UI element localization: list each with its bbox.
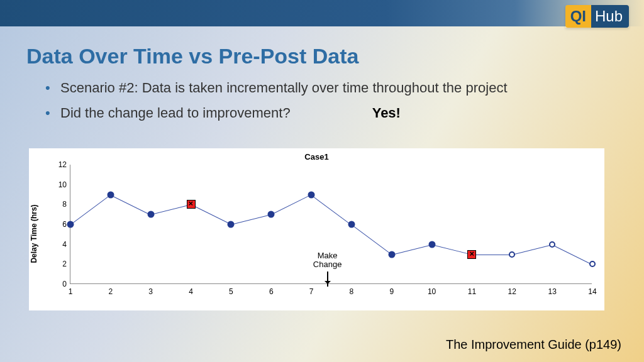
data-point [268,211,275,218]
y-tick: 8 [62,200,67,209]
line-segment [231,214,271,225]
bullet-list: Scenario #2: Data is taken incrementally… [0,79,644,122]
data-point [228,221,235,228]
annotation-make-change: MakeChange [313,251,342,270]
data-point [388,251,395,258]
y-tick: 6 [62,220,67,229]
x-tick: 3 [148,287,153,296]
chart: Case1 Delay Time (hrs) 02468101212345678… [29,148,604,310]
data-point [348,221,355,228]
bullet-2: Did the change lead to improvement? Yes! [60,104,600,123]
x-tick: 1 [69,287,73,296]
y-tick: 4 [62,240,67,249]
x-tick: 10 [428,287,436,296]
y-tick: 0 [62,280,67,288]
line-segment [191,204,231,225]
header-bar [0,0,644,26]
data-point [67,221,74,228]
x-tick: 12 [508,287,516,296]
x-tick: 14 [588,287,596,296]
plot-area: 0246810121234567891011121314MakeChange [70,165,592,284]
line-segment [151,204,191,215]
line-segment [512,244,552,255]
slide: QI Hub Data Over Time vs Pre-Post Data S… [0,0,644,362]
arrow-down-icon [327,272,328,287]
line-segment [392,244,432,255]
y-axis-label: Delay Time (hrs) [30,204,38,263]
chart-title: Case1 [304,152,328,162]
data-point-open [549,241,555,248]
data-point [147,211,154,218]
bullet-2-text: Did the change lead to improvement? [60,104,291,123]
line-segment [271,194,311,215]
y-tick: 10 [58,180,67,189]
data-point-open [589,261,596,267]
logo-right: Hub [591,5,629,28]
marker-red-square [187,200,196,209]
line-segment [431,244,472,255]
x-tick: 5 [229,287,233,296]
line-segment [351,224,391,255]
footer-citation: The Improvement Guide (p149) [446,337,621,352]
y-tick: 2 [62,260,67,268]
bullet-2-answer: Yes! [372,104,401,123]
line-segment [70,195,111,225]
x-tick: 7 [309,287,314,296]
x-tick: 6 [269,287,274,296]
data-point-open [509,251,515,258]
x-tick: 11 [468,287,476,296]
x-tick: 13 [548,287,556,296]
line-segment [552,244,592,265]
x-tick: 4 [189,287,193,296]
data-point [308,191,315,198]
data-point [107,191,114,198]
logo-left: QI [565,5,591,28]
x-tick: 9 [389,287,394,296]
x-tick: 2 [109,287,113,296]
bullet-1: Scenario #2: Data is taken incrementally… [60,79,600,97]
logo: QI Hub [565,5,629,28]
line-segment [110,195,150,216]
line-segment [311,195,351,225]
page-title: Data Over Time vs Pre-Post Data [0,26,644,79]
marker-red-square [467,250,476,259]
y-tick: 12 [58,160,67,169]
x-tick: 8 [350,287,354,296]
line-segment [472,255,512,255]
data-point [428,241,435,248]
